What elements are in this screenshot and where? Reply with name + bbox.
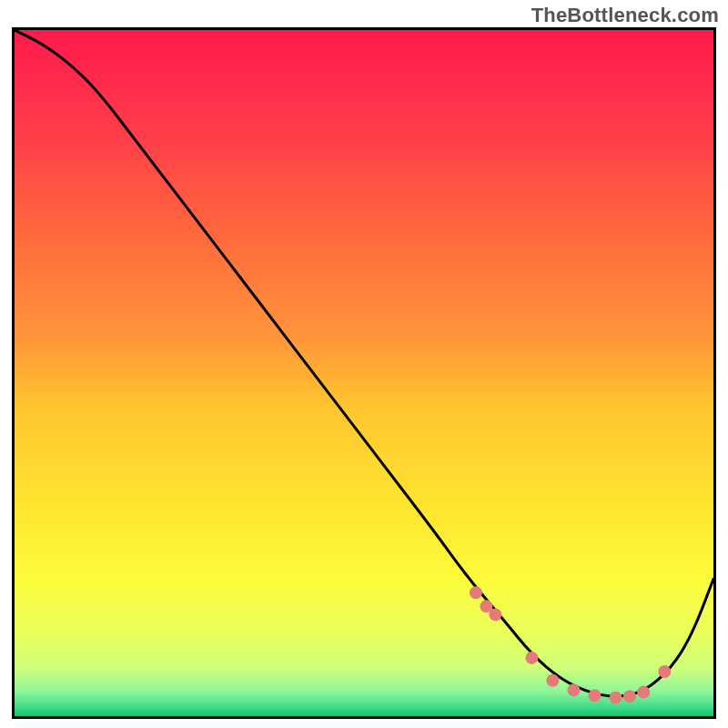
highlight-marker xyxy=(609,692,622,704)
gradient-background xyxy=(15,30,713,716)
highlight-marker xyxy=(489,608,501,621)
watermark-text: TheBottleneck.com xyxy=(531,4,719,27)
highlight-marker xyxy=(658,665,671,678)
highlight-marker xyxy=(470,586,482,599)
root-container: TheBottleneck.com xyxy=(0,0,728,728)
highlight-marker xyxy=(623,690,636,703)
highlight-marker xyxy=(525,652,538,664)
highlight-marker xyxy=(546,674,559,687)
chart-svg xyxy=(15,30,713,716)
chart-plot-area xyxy=(12,27,716,719)
highlight-marker xyxy=(567,683,580,696)
highlight-marker xyxy=(637,686,650,699)
highlight-marker xyxy=(588,689,601,702)
